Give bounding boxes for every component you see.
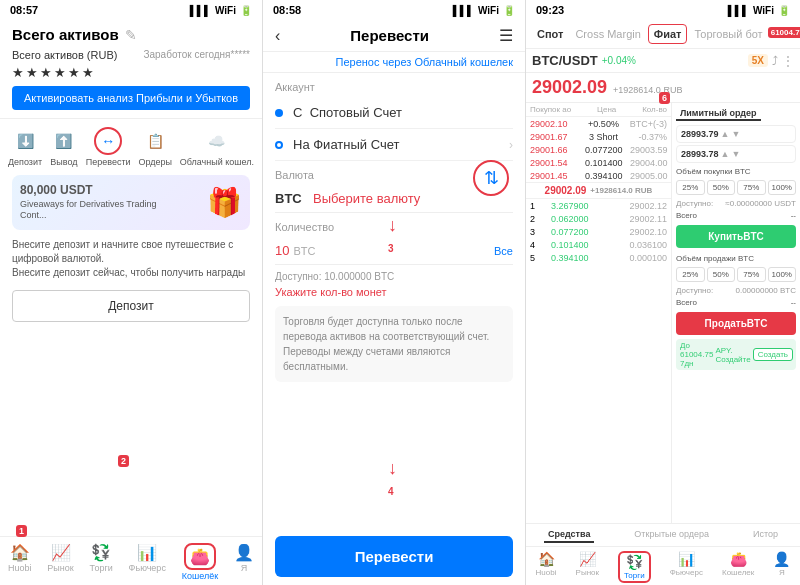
tab-spot[interactable]: Спот: [532, 25, 568, 43]
orders-nav-item[interactable]: 📋 Ордеры: [138, 127, 172, 167]
total-buy-row: Всего --: [676, 211, 796, 220]
huobi-icon: 🏠: [10, 543, 30, 562]
wallet-nav-icons: ⬇️ Депозит ⬆️ Вывод ↔️ Перевести 📋 Ордер…: [0, 118, 262, 171]
nav-wallet[interactable]: 👛 Кошелёк: [182, 543, 218, 581]
sell-pct-row: 25% 50% 75% 100%: [676, 267, 796, 282]
bottom-nav-1: 🏠 Huobi 📈 Рынок 💱 Торги 📊 Фьючерс 👛 Коше…: [0, 536, 262, 585]
edit-icon[interactable]: ✎: [125, 27, 137, 43]
ob-buy-row-3: 3 0.077200 29002.10: [526, 225, 671, 238]
activate-button[interactable]: Активировать анализ Прибыли и Убытков: [12, 86, 250, 110]
avail-sell-label: Доступно:: [676, 286, 713, 295]
p3-nav-market[interactable]: 📈 Рынок: [576, 551, 599, 583]
price-stepper-down[interactable]: ▼: [731, 129, 740, 139]
p3-trade-label: Торги: [624, 571, 645, 580]
account-label: Аккаунт: [275, 81, 513, 93]
buy-pct-75[interactable]: 75%: [737, 180, 766, 195]
total-sell-label: Всего: [676, 298, 697, 307]
available-text: Доступно: 10.000000 BTC: [263, 269, 525, 284]
avail-buy-val: ≈0.00000000 USDT: [725, 199, 796, 208]
buy-button[interactable]: КупитьBTC: [676, 225, 796, 248]
total-sell-row: Всего --: [676, 298, 796, 307]
nav-trade[interactable]: 💱 Торги: [90, 543, 113, 581]
ob-sell-price-3: 29001.66: [530, 145, 585, 155]
status-bar-1: 08:57 ▌▌▌ WiFi 🔋: [0, 0, 262, 20]
banner-sub: Giveaways for Derivatives Trading Cont..…: [20, 199, 180, 222]
ob-buy-row-4: 4 0.101400 0.036100: [526, 238, 671, 251]
time-1: 08:57: [10, 4, 38, 16]
tab-trading-bot-label: Торговый бот: [694, 28, 762, 40]
withdraw-nav-item[interactable]: ⬆️ Вывод: [50, 127, 78, 167]
sell-pct-75[interactable]: 75%: [737, 267, 766, 282]
to-option[interactable]: На Фиатный Счет ›: [275, 129, 513, 161]
ob-mid: 29002.09 +1928614.0 RUB: [526, 182, 671, 199]
from-option[interactable]: С Спотовый Счет: [275, 97, 513, 129]
ob-buy-price-1: 3.267900: [551, 201, 606, 211]
step-label-6: 6: [659, 92, 670, 104]
transfer-button[interactable]: Перевести: [275, 536, 513, 577]
p3-nav-huobi[interactable]: 🏠 Huobi: [536, 551, 557, 583]
nav-market-label: Рынок: [47, 563, 73, 573]
sell-button[interactable]: ПродатьBTC: [676, 312, 796, 335]
buy-pct-50[interactable]: 50%: [707, 180, 736, 195]
qty-all-button[interactable]: Все: [494, 245, 513, 257]
balance-label: Всего активов (RUB): [12, 49, 117, 61]
to-label: На: [293, 137, 313, 152]
tab-fiat[interactable]: Фиат: [648, 24, 688, 44]
tab-history[interactable]: Истор: [749, 527, 782, 543]
tab-funds[interactable]: Средства: [544, 527, 594, 543]
deposit-nav-item[interactable]: ⬇️ Депозит: [8, 127, 42, 167]
pair-row: BTC/USDT +0.04% 5X ⤴ ⋮: [526, 49, 800, 73]
price-right-stepper-up[interactable]: ▲: [721, 149, 730, 159]
ob-sell-col3-3: 29003.59: [623, 145, 668, 155]
wallet-icon: 👛: [184, 543, 216, 570]
price-right-stepper-down[interactable]: ▼: [731, 149, 740, 159]
share-icon[interactable]: ⤴: [772, 54, 778, 68]
deposit-button[interactable]: Депозит: [12, 290, 250, 322]
wifi-icon-3: WiFi: [753, 5, 774, 16]
time-3: 09:23: [536, 4, 564, 16]
nav-futures[interactable]: 📊 Фьючерс: [129, 543, 166, 581]
step-label-2: 2: [118, 455, 129, 467]
limit-order-tab[interactable]: Лимитный ордер: [676, 107, 761, 121]
tab-cross-margin[interactable]: Cross Margin: [570, 25, 645, 43]
trade-icon: 💱: [91, 543, 111, 562]
ob-buy-col3-1: 29002.12: [622, 201, 667, 211]
ob-sell-price-1: 29002.10: [530, 119, 585, 129]
swap-button[interactable]: ⇅: [473, 160, 509, 196]
ob-buy-price-4: 0.101400: [551, 240, 606, 250]
p3-nav-account[interactable]: 👤 Я: [773, 551, 790, 583]
p3-nav-wallet[interactable]: 👛 Кошелек: [722, 551, 754, 583]
cloud-link[interactable]: Перенос через Облачный кошелек: [263, 52, 525, 73]
price-input-row[interactable]: 28993.79 ▲ ▼: [676, 125, 796, 143]
sell-pct-100[interactable]: 100%: [768, 267, 797, 282]
create-button[interactable]: Создать: [753, 348, 793, 361]
transfer-label: Перевести: [86, 157, 131, 167]
cloud-nav-item[interactable]: ☁️ Облачный кошел.: [180, 127, 254, 167]
ob-col1-header: Покупок ао: [530, 105, 571, 114]
total-sell-val: --: [791, 298, 796, 307]
price-stepper-up[interactable]: ▲: [721, 129, 730, 139]
price-right-input-row[interactable]: 28993.78 ▲ ▼: [676, 145, 796, 163]
transfer-menu-icon[interactable]: ☰: [499, 26, 513, 45]
p3-nav-futures[interactable]: 📊 Фьючерс: [670, 551, 703, 583]
buy-pct-25[interactable]: 25%: [676, 180, 705, 195]
tab-trading-bot[interactable]: Торговый бот 61004.75: [689, 25, 800, 43]
p3-huobi-label: Huobi: [536, 568, 557, 577]
transfer-nav-item[interactable]: ↔️ Перевести: [86, 127, 131, 167]
sell-pct-25[interactable]: 25%: [676, 267, 705, 282]
sell-pct-50[interactable]: 50%: [707, 267, 736, 282]
nav-account[interactable]: 👤 Я: [234, 543, 254, 581]
from-value: Спотовый Счет: [310, 105, 402, 120]
back-button[interactable]: ‹: [275, 27, 280, 45]
nav-huobi[interactable]: 🏠 Huobi: [8, 543, 32, 581]
ob-sell-price-5: 29001.45: [530, 171, 585, 181]
nav-market[interactable]: 📈 Рынок: [47, 543, 73, 581]
buy-pct-100[interactable]: 100%: [768, 180, 797, 195]
ob-sell-price-2: 29001.67: [530, 132, 585, 142]
status-bar-3: 09:23 ▌▌▌ WiFi 🔋: [526, 0, 800, 20]
ob-sell-col3-2: -0.37%: [622, 132, 667, 142]
p3-nav-trade[interactable]: 💱 Торги: [618, 551, 651, 583]
tab-open-orders[interactable]: Открытые ордера: [630, 527, 713, 543]
leverage-badge[interactable]: 5X: [748, 54, 768, 67]
settings-icon[interactable]: ⋮: [782, 54, 794, 68]
